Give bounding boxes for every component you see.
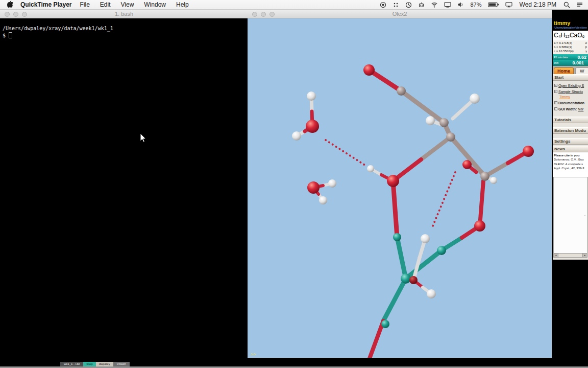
mini-scrollbar[interactable]: ◂ ▸	[553, 254, 587, 258]
airplay-status[interactable]	[505, 2, 512, 8]
cell-c: c = 10.5502(4)	[554, 49, 574, 53]
bottom-status-bar: wk1_1 - HD Stop dwpaley 0:bash	[60, 362, 130, 366]
link-sample-structures[interactable]: Sample Structu	[554, 88, 588, 95]
wifi-status[interactable]	[431, 2, 438, 8]
expand-icon[interactable]	[554, 90, 557, 93]
terminal-content[interactable]: /Users/dwpaley/xray/data/week1/wk1_1 $	[0, 18, 248, 367]
section-tutorials[interactable]: Tutorials	[553, 117, 588, 123]
r-factor-value: 0.62	[577, 55, 588, 60]
menu-bar-clock[interactable]: Wed 2:18 PM	[519, 1, 557, 8]
section-extension-modules[interactable]: Extension Modu	[553, 127, 588, 134]
olex2-console-prompt[interactable]: >>	[251, 352, 256, 357]
olex2-titlebar[interactable]: Olex2	[248, 10, 552, 18]
r-factor-bar: R1 min data 0.62	[553, 54, 588, 60]
section-news[interactable]: News	[553, 146, 588, 152]
water-molecule-2	[307, 179, 336, 204]
shift-value: 0.001	[572, 60, 588, 65]
notification-center[interactable]	[576, 2, 583, 8]
volume-status[interactable]	[457, 2, 464, 8]
spotlight[interactable]	[564, 2, 570, 8]
time-machine-icon	[405, 2, 412, 8]
expand-icon[interactable]	[554, 84, 557, 87]
section-settings[interactable]: Settings	[553, 138, 588, 145]
r-factor-label: R1 min data	[553, 56, 577, 59]
expand-icon[interactable]	[554, 101, 557, 104]
menu-edit[interactable]: Edit	[95, 1, 116, 8]
bonds	[297, 70, 528, 358]
battery-icon	[488, 2, 499, 8]
terminal-prompt: $	[3, 33, 6, 38]
cell-a: a = 9.1718(4)	[554, 41, 572, 45]
cell-alpha: α	[585, 41, 587, 45]
gui-width-label: GUI Width:	[558, 107, 577, 111]
screen-record-indicator[interactable]	[380, 2, 386, 8]
automator-icon	[418, 2, 425, 8]
molecule[interactable]	[248, 18, 552, 358]
terminal-prompt-line: $	[3, 32, 12, 38]
menu-view[interactable]: View	[116, 1, 139, 8]
shift-label: shift	[553, 61, 559, 64]
scroll-right-icon[interactable]: ▸	[582, 254, 587, 257]
panel-tabs: Home W	[553, 66, 588, 74]
section-start[interactable]: Start	[553, 74, 588, 81]
status-segment-title[interactable]: wk1_1 - HD	[60, 362, 83, 366]
search-icon	[564, 2, 570, 8]
news-text: Please cite in you Dolomanov, O.V.; Bou …	[553, 152, 588, 177]
status-segment-stop[interactable]: Stop	[83, 362, 95, 366]
frame-dash: -	[584, 213, 585, 217]
apple-menu[interactable]	[7, 1, 13, 9]
menu-bar: QuickTime Player File Edit View Window H…	[0, 0, 588, 10]
automator-status[interactable]	[418, 2, 425, 8]
link-sample-timmy[interactable]: Timmy	[559, 95, 588, 100]
terminal-title: 1. bash	[0, 11, 248, 17]
expand-icon[interactable]	[554, 107, 557, 110]
status-segment-user[interactable]: dwpaley	[96, 362, 113, 366]
link-documentation[interactable]: Documentation	[554, 100, 588, 106]
menu-window[interactable]: Window	[139, 1, 171, 8]
status-segment-session[interactable]: 0:bash	[113, 362, 130, 366]
gui-width-value[interactable]: Nar	[578, 107, 583, 111]
list-icon	[576, 2, 583, 8]
shift-bar: shift 0.001	[553, 60, 588, 66]
menu-file[interactable]: File	[75, 1, 95, 8]
water-molecule-1	[292, 91, 319, 141]
olex2-title: Olex2	[248, 11, 552, 17]
record-icon	[380, 2, 386, 8]
cursor-arrow-icon	[140, 133, 147, 143]
scroll-track[interactable]	[558, 254, 582, 257]
link-open-existing[interactable]: Open Existing S	[554, 82, 588, 88]
display-icon	[444, 2, 451, 8]
atoms	[363, 64, 534, 328]
time-machine-status[interactable]	[405, 2, 412, 8]
active-app-name[interactable]: QuickTime Player	[20, 1, 72, 8]
formula: C₄H₁₂CaO₆	[553, 31, 588, 40]
volume-icon	[457, 2, 464, 8]
structure-header: timmy /Users/dwpaley/olex/timmy	[553, 19, 588, 31]
battery-status[interactable]	[488, 2, 499, 8]
dots-grid-icon	[393, 2, 399, 8]
menu-help[interactable]: Help	[171, 1, 194, 8]
screen: QuickTime Player File Edit View Window H…	[0, 0, 588, 368]
olex2-gui-panel: timmy /Users/dwpaley/olex/timmy C₄H₁₂CaO…	[553, 19, 588, 260]
tab-home[interactable]: Home	[554, 67, 574, 74]
terminal-cwd-line: /Users/dwpaley/xray/data/week1/wk1_1	[3, 26, 113, 31]
olex2-3d-viewport[interactable]: >>	[248, 18, 552, 358]
gui-width-row[interactable]: GUI Width:Nar	[554, 106, 588, 112]
display-status[interactable]	[444, 2, 451, 8]
start-links: Open Existing S Sample Structu Timmy Doc…	[553, 81, 588, 113]
mouse-cursor	[140, 133, 147, 144]
news-browser-frame: -	[553, 177, 587, 254]
cell-beta: β	[585, 45, 587, 49]
structure-path: /Users/dwpaley/olex/timmy	[554, 26, 587, 29]
structure-name: timmy	[554, 20, 587, 26]
battery-percent: 87%	[470, 2, 481, 8]
airplay-icon	[505, 2, 512, 8]
cell-b: b = 9.5882(3)	[554, 45, 572, 49]
scroll-left-icon[interactable]: ◂	[554, 254, 558, 257]
apple-icon	[7, 1, 13, 8]
terminal-cursor	[9, 32, 12, 38]
unit-cell-params: a = 9.1718(4)α b = 9.5882(3)β c = 10.550…	[553, 40, 588, 54]
terminal-titlebar[interactable]: 1. bash	[0, 10, 248, 18]
status-grid[interactable]	[393, 2, 399, 8]
tab-work[interactable]: W	[575, 67, 588, 74]
